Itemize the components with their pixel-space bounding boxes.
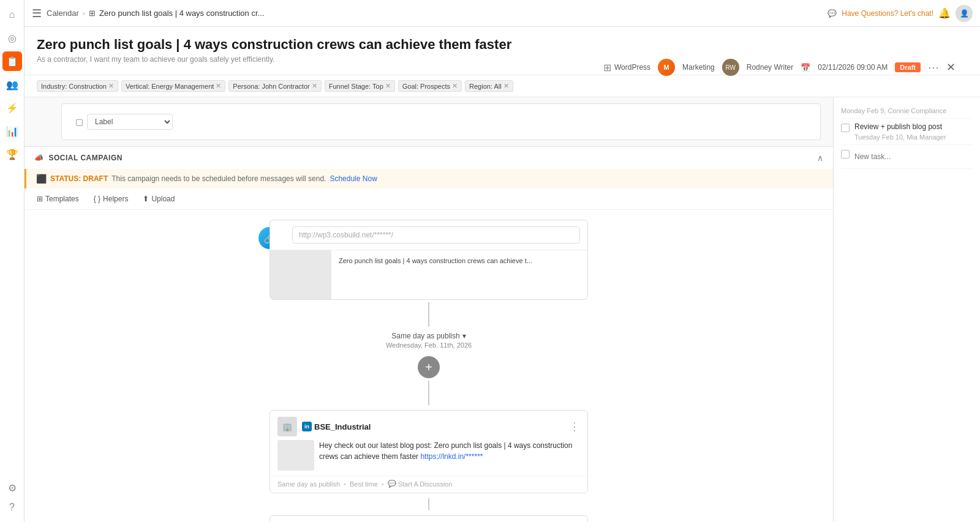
sidebar-icon-help[interactable]: ? xyxy=(2,498,22,517)
social-campaign-section: 📣 SOCIAL CAMPAIGN ∧ ⬛ STATUS: DRAFT This… xyxy=(24,146,833,522)
tag-persona: Persona: John Contractor ✕ xyxy=(228,80,321,92)
task-header-meta: Monday Feb 9, Connie Compliance xyxy=(841,107,973,114)
sidebar-icon-chart[interactable]: 📊 xyxy=(2,121,22,141)
calendar-icon: 📅 xyxy=(801,63,810,72)
tag-industry: Industry: Construction ✕ xyxy=(37,80,118,92)
author-avatar[interactable]: RW xyxy=(722,59,739,76)
post-best-time-1: Best time xyxy=(350,480,378,488)
sidebar-icon-location[interactable]: ◎ xyxy=(2,28,22,48)
author-label: Rodney Writer xyxy=(747,63,793,72)
task-item-1: Review + publish blog post Tuesday Feb 1… xyxy=(841,119,973,145)
discussion-icon-1: 💬 xyxy=(388,480,396,488)
wordpress-icon: ⊞ xyxy=(603,62,611,73)
post-header-2: 🏢 t BSE_Industrial ⋮ xyxy=(270,516,587,522)
sidebar-icon-users[interactable]: 👥 xyxy=(2,75,22,94)
tags-row: Industry: Construction ✕ Vertical: Energ… xyxy=(24,75,980,97)
tag-remove[interactable]: ✕ xyxy=(503,82,509,90)
status-text: This campaign needs to be scheduled befo… xyxy=(111,174,326,183)
article-date: 02/11/2026 09:00 AM xyxy=(818,63,888,72)
body-split: ▢ Label 📣 SOCIAL CAMPAIGN ∧ xyxy=(24,97,980,522)
sidebar-icon-home[interactable]: ⌂ xyxy=(2,5,22,24)
task-content-1: Review + publish blog post Tuesday Feb 1… xyxy=(854,122,973,141)
upload-button[interactable]: ⬆ Upload xyxy=(140,193,177,204)
schedule-label: Same day as publish ▾ xyxy=(391,332,466,340)
sidebar-icon-analytics[interactable]: ⚡ xyxy=(2,98,22,117)
sidebar-icon-calendar[interactable]: 📋 xyxy=(2,51,22,71)
post-more-button-1[interactable]: ⋮ xyxy=(569,420,580,433)
schedule-dropdown[interactable]: Same day as publish ▾ xyxy=(391,332,466,340)
templates-icon: ⊞ xyxy=(37,195,43,203)
breadcrumb: Calendar › ⊞ Zero punch list goals | 4 w… xyxy=(47,9,264,18)
schedule-text: Same day as publish xyxy=(391,332,459,340)
sidebar-icon-settings[interactable]: ⚙ xyxy=(2,478,22,498)
sidebar-icon-trophy[interactable]: 🏆 xyxy=(2,144,22,164)
post-link-1[interactable]: https://lnkd.in/****** xyxy=(420,452,483,461)
connector-line-2 xyxy=(428,381,429,405)
menu-icon[interactable]: ☰ xyxy=(32,7,42,20)
social-post-card-2: 🏢 t BSE_Industrial ⋮ xyxy=(270,515,588,522)
topbar-right: 💬 Have Questions? Let's chat! 🔔 👤 xyxy=(827,5,973,22)
linkedin-icon: in xyxy=(302,422,312,431)
tag-remove[interactable]: ✕ xyxy=(312,82,317,90)
schedule-now-link[interactable]: Schedule Now xyxy=(330,174,377,183)
marketing-avatar[interactable]: M xyxy=(658,59,675,76)
url-input[interactable] xyxy=(292,226,580,244)
new-task-input[interactable] xyxy=(854,149,973,165)
more-options-button[interactable]: ⋯ xyxy=(928,61,939,74)
post-body-1: Hey check out our latest blog post: Zero… xyxy=(270,440,587,475)
tag-goal: Goal: Prospects ✕ xyxy=(398,80,462,92)
templates-button[interactable]: ⊞ Templates xyxy=(34,193,81,204)
chat-icon: 💬 xyxy=(827,9,837,18)
social-campaign-header[interactable]: 📣 SOCIAL CAMPAIGN ∧ xyxy=(24,147,833,169)
status-indicator: ⬛ xyxy=(36,174,47,184)
tag-region: Region: All ✕ xyxy=(465,80,513,92)
tag-label: Industry: Construction xyxy=(41,83,107,90)
wordpress-label: WordPress xyxy=(614,63,650,72)
draft-badge: Draft xyxy=(895,62,921,72)
breadcrumb-wp-icon: ⊞ xyxy=(89,9,96,18)
status-label: STATUS: DRAFT xyxy=(50,174,108,183)
post-discussion-link-1[interactable]: 💬 Start A Discussion xyxy=(388,480,453,488)
bell-icon[interactable]: 🔔 xyxy=(938,7,951,19)
task-checkbox-1[interactable] xyxy=(841,124,850,132)
user-avatar-small[interactable]: 👤 xyxy=(956,5,973,22)
url-preview: Zero punch list goals | 4 ways construct… xyxy=(270,250,587,299)
campaign-flow: 🔗 Zero punch list goals | 4 ways constru… xyxy=(24,210,833,522)
add-post-button[interactable]: + xyxy=(418,356,440,378)
tag-remove[interactable]: ✕ xyxy=(385,82,391,90)
tag-label: Goal: Prospects xyxy=(402,83,450,90)
status-banner: ⬛ STATUS: DRAFT This campaign needs to b… xyxy=(24,169,833,188)
tag-remove[interactable]: ✕ xyxy=(452,82,458,90)
templates-label: Templates xyxy=(45,195,79,203)
chat-link[interactable]: Have Questions? Let's chat! xyxy=(842,9,933,18)
post-thumbnail-1 xyxy=(277,440,314,471)
schedule-date: Wednesday, Feb. 11th, 2026 xyxy=(386,341,472,349)
task-title-1: Review + publish blog post xyxy=(854,122,973,132)
upload-label: Upload xyxy=(151,195,175,203)
campaign-title-text: SOCIAL CAMPAIGN xyxy=(49,154,123,162)
tag-label: Vertical: Energy Management xyxy=(126,83,214,90)
task-item-header: Monday Feb 9, Connie Compliance xyxy=(841,102,973,119)
breadcrumb-calendar[interactable]: Calendar xyxy=(47,9,79,18)
connector-line-3 xyxy=(428,498,429,510)
breadcrumb-sep1: › xyxy=(83,9,85,18)
chevron-up-icon[interactable]: ∧ xyxy=(817,153,823,163)
tag-vertical: Vertical: Energy Management ✕ xyxy=(121,80,225,92)
helpers-button[interactable]: { } Helpers xyxy=(91,193,131,204)
top-card-partial: ▢ Label xyxy=(61,103,821,140)
close-button[interactable]: ✕ xyxy=(946,61,956,74)
card-select[interactable]: Label xyxy=(87,114,173,130)
new-task-checkbox[interactable] xyxy=(841,150,850,158)
tag-remove[interactable]: ✕ xyxy=(108,82,114,90)
post-footer-1: Same day as publish • Best time • 💬 Star… xyxy=(270,475,587,493)
url-preview-image xyxy=(270,250,331,299)
post-platform-icon-1: 🏢 xyxy=(277,417,297,436)
social-post-card-1: 🏢 in BSE_Industrial ⋮ xyxy=(270,410,588,493)
campaign-toolbar: ⊞ Templates { } Helpers ⬆ Upload xyxy=(24,188,833,210)
helpers-icon: { } xyxy=(94,195,100,203)
tag-label: Region: All xyxy=(469,83,502,90)
schedule-chevron-icon: ▾ xyxy=(462,332,466,340)
marketing-label: Marketing xyxy=(682,63,715,72)
tag-remove[interactable]: ✕ xyxy=(216,82,221,90)
tag-label: Persona: John Contractor xyxy=(233,83,309,90)
